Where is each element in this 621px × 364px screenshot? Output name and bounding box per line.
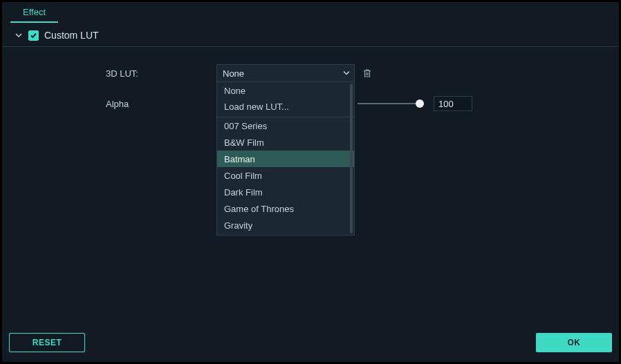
panel-body: 3D LUT: None Alpha 100 NoneLoad ne [2, 47, 619, 329]
lut-option-label: Batman [224, 154, 255, 164]
lut-select-value: None [223, 68, 244, 79]
lut-option[interactable]: Gravity [217, 217, 354, 233]
effect-panel: Effect Custom LUT 3D LUT: None [2, 2, 619, 362]
lut-label: 3D LUT: [106, 68, 216, 79]
reset-label: RESET [33, 338, 62, 347]
lut-option[interactable]: B&W Film [217, 134, 354, 151]
lut-option-label: 007 Series [224, 121, 267, 131]
lut-option-label: None [224, 86, 245, 96]
tab-effect[interactable]: Effect [10, 2, 58, 23]
lut-dropdown[interactable]: NoneLoad new LUT...007 SeriesB&W FilmBat… [216, 82, 355, 236]
tabstrip: Effect [2, 2, 619, 23]
trash-icon[interactable] [360, 66, 374, 80]
row-3d-lut: 3D LUT: None [106, 64, 619, 83]
custom-lut-checkbox[interactable] [28, 30, 39, 41]
ok-label: OK [568, 338, 581, 347]
lut-option[interactable]: Game of Thrones [217, 200, 354, 217]
lut-option[interactable]: None [217, 82, 354, 99]
alpha-slider-thumb[interactable] [416, 99, 424, 108]
lut-option[interactable]: Dark Film [217, 184, 354, 200]
chevron-down-icon [15, 31, 23, 39]
row-alpha: Alpha 100 [106, 94, 619, 113]
reset-button[interactable]: RESET [9, 333, 85, 352]
alpha-label: Alpha [106, 99, 216, 109]
alpha-value: 100 [438, 99, 454, 109]
lut-select[interactable]: None [216, 64, 355, 82]
lut-option-label: Gravity [224, 220, 252, 231]
lut-option[interactable]: Batman [217, 151, 354, 167]
lut-option-label: Cool Film [224, 171, 262, 181]
ok-button[interactable]: OK [536, 333, 612, 352]
footer: RESET OK [2, 329, 619, 362]
chevron-down-icon [343, 68, 350, 79]
alpha-slider[interactable] [358, 103, 420, 104]
alpha-input[interactable]: 100 [434, 96, 472, 111]
lut-option[interactable]: 007 Series [217, 117, 354, 134]
lut-option-label: Dark Film [224, 187, 263, 198]
lut-option-label: B&W Film [224, 137, 264, 148]
lut-option-label: Game of Thrones [224, 204, 294, 214]
section-header[interactable]: Custom LUT [2, 23, 619, 47]
section-title: Custom LUT [44, 30, 99, 41]
lut-option-label: Load new LUT... [224, 102, 289, 112]
lut-option[interactable]: Load new LUT... [217, 99, 354, 117]
lut-option[interactable]: Cool Film [217, 167, 354, 184]
tab-label: Effect [23, 7, 46, 17]
